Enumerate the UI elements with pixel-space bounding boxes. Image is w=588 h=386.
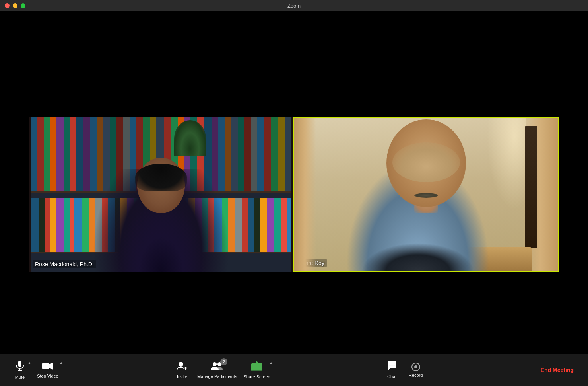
share-screen-label: Share Screen	[243, 374, 270, 379]
svg-point-13	[389, 365, 390, 366]
video-chevron[interactable]: ▲	[60, 361, 63, 365]
svg-rect-12	[251, 370, 262, 371]
chat-icon	[387, 361, 397, 372]
share-chevron[interactable]: ▲	[270, 361, 273, 365]
svg-point-15	[393, 365, 394, 366]
invite-icon	[177, 361, 187, 373]
close-button[interactable]	[5, 3, 10, 8]
mute-label: Mute	[15, 375, 25, 380]
svg-rect-0	[18, 361, 21, 367]
share-screen-icon	[251, 361, 262, 373]
camera-icon	[42, 362, 53, 372]
window-title: Zoom	[287, 3, 301, 9]
share-screen-button[interactable]: Share Screen ▲	[240, 356, 273, 384]
chat-label: Chat	[387, 374, 396, 379]
svg-rect-3	[42, 363, 49, 369]
svg-marker-4	[49, 363, 53, 370]
invite-label: Invite	[177, 374, 187, 379]
svg-point-8	[213, 362, 217, 366]
participant-name-left: Rose Macdonald, Ph.D.	[33, 260, 96, 268]
minimize-button[interactable]	[13, 3, 17, 8]
manage-participants-label: Manage Participants	[197, 374, 237, 379]
participants-icon: 2	[211, 361, 223, 372]
record-label: Record	[409, 373, 423, 378]
svg-point-14	[391, 365, 392, 366]
svg-point-5	[179, 362, 183, 367]
microphone-icon	[16, 361, 24, 373]
toolbar: Mute ▲ Stop Video ▲ Invite	[0, 354, 588, 386]
participant-video-left: Rose Macdonald, Ph.D.	[29, 117, 293, 272]
video-grid: Rose Macdonald, Ph.D.	[29, 117, 559, 272]
chat-button[interactable]: Chat	[380, 356, 404, 384]
manage-participants-button[interactable]: 2 Manage Participants	[194, 356, 240, 384]
title-bar: Zoom	[0, 0, 588, 11]
end-meeting-button[interactable]: End Meeting	[534, 364, 580, 376]
mute-button[interactable]: Mute ▲	[8, 356, 32, 384]
video-area: Rose Macdonald, Ph.D.	[0, 11, 588, 354]
participant-video-right: Marc Roy	[293, 117, 559, 272]
mute-chevron[interactable]: ▲	[28, 361, 31, 365]
participants-count: 2	[220, 358, 227, 365]
traffic-lights	[5, 3, 25, 8]
invite-button[interactable]: Invite	[170, 356, 194, 384]
record-icon	[411, 363, 420, 371]
stop-video-button[interactable]: Stop Video ▲	[32, 356, 64, 384]
maximize-button[interactable]	[21, 3, 25, 8]
stop-video-label: Stop Video	[37, 374, 58, 378]
record-button[interactable]: Record	[404, 356, 428, 384]
